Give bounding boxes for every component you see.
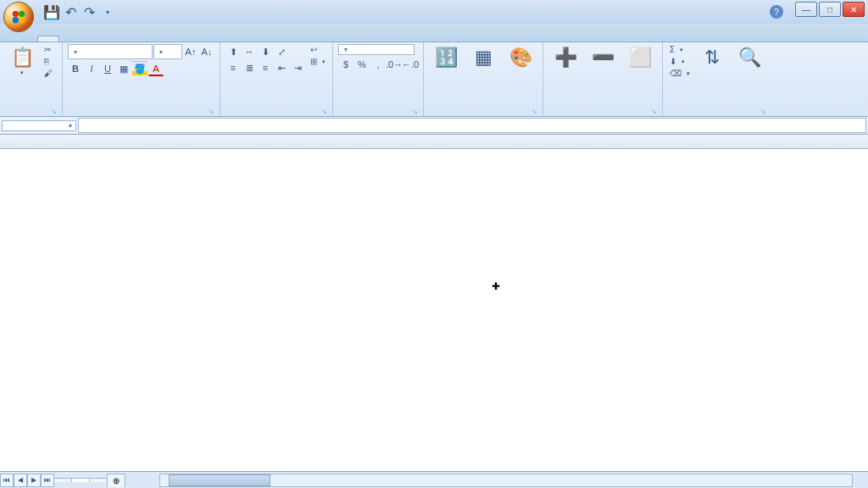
find-select-button[interactable]: 🔍 bbox=[732, 44, 766, 71]
svg-point-3 bbox=[19, 17, 25, 23]
format-icon: ⬜ bbox=[629, 46, 652, 69]
dec-decimal-button[interactable]: ←.0 bbox=[403, 57, 418, 72]
number-label bbox=[338, 114, 418, 115]
redo-icon[interactable]: ↷ bbox=[81, 4, 97, 19]
group-number: $ % , .0→ ←.0 bbox=[333, 42, 424, 116]
nav-next-button[interactable]: ▶ bbox=[27, 474, 41, 487]
qat-dropdown-icon[interactable]: ▾ bbox=[100, 4, 115, 19]
group-styles: 🔢 ▦ 🎨 bbox=[424, 42, 543, 116]
find-icon: 🔍 bbox=[738, 46, 761, 69]
fill-color-button[interactable]: 🪣 bbox=[132, 61, 147, 76]
formula-input[interactable] bbox=[78, 118, 866, 133]
group-font: A↑ A↓ B I U ▦ 🪣 A bbox=[63, 42, 220, 116]
indent-dec-button[interactable]: ⇤ bbox=[274, 60, 289, 75]
format-as-table-button[interactable]: ▦ bbox=[466, 44, 500, 71]
tab-add-ins[interactable] bbox=[193, 36, 214, 42]
indent-inc-button[interactable]: ⇥ bbox=[290, 60, 305, 75]
align-middle-button[interactable]: ↔ bbox=[242, 44, 257, 59]
tab-insert[interactable] bbox=[61, 36, 81, 42]
align-bottom-button[interactable]: ⬇ bbox=[258, 44, 273, 59]
nav-prev-button[interactable]: ◀ bbox=[14, 474, 27, 487]
copy-button[interactable]: ⎘ bbox=[42, 56, 57, 67]
cut-button[interactable]: ✂ bbox=[42, 44, 57, 55]
cell-styles-button[interactable]: 🎨 bbox=[504, 44, 537, 71]
percent-button[interactable]: % bbox=[354, 57, 370, 72]
group-alignment: ⬆ ↔ ⬇ ⤢ ≡ ≣ ≡ ⇤ ⇥ ↩ ⊞▾ bbox=[220, 42, 333, 116]
format-cells-button[interactable]: ⬜ bbox=[623, 44, 657, 71]
group-cells: ➕ ➖ ⬜ bbox=[543, 42, 663, 116]
wrap-icon: ↩ bbox=[310, 45, 317, 54]
delete-icon: ➖ bbox=[592, 46, 615, 69]
italic-button[interactable]: I bbox=[84, 61, 99, 76]
undo-icon[interactable]: ↶ bbox=[63, 4, 78, 19]
office-button[interactable] bbox=[3, 2, 34, 32]
border-button[interactable]: ▦ bbox=[116, 61, 131, 76]
font-color-button[interactable]: A bbox=[148, 61, 164, 76]
paste-button[interactable]: 📋▾ bbox=[5, 44, 39, 78]
copy-icon: ⎘ bbox=[44, 57, 49, 66]
align-top-button[interactable]: ⬆ bbox=[225, 44, 241, 59]
tab-view[interactable] bbox=[171, 36, 192, 42]
minimize-button[interactable]: — bbox=[795, 2, 817, 17]
align-right-button[interactable]: ≡ bbox=[258, 60, 273, 75]
cut-icon: ✂ bbox=[44, 45, 51, 54]
tab-data[interactable] bbox=[127, 36, 147, 42]
worksheet-grid[interactable]: ✚ bbox=[0, 135, 868, 471]
eraser-icon: ⌫ bbox=[670, 69, 682, 78]
tab-review[interactable] bbox=[149, 36, 170, 42]
name-box[interactable] bbox=[2, 120, 76, 131]
group-clipboard: 📋▾ ✂ ⎘ 🖌 bbox=[0, 42, 63, 116]
sheet-tab-2[interactable] bbox=[71, 478, 90, 482]
tab-page-layout[interactable] bbox=[83, 36, 103, 42]
insert-cells-button[interactable]: ➕ bbox=[548, 44, 582, 71]
group-editing: Σ▾ ⬇▾ ⌫▾ ⇅ 🔍 bbox=[663, 42, 771, 116]
shrink-font-button[interactable]: A↓ bbox=[199, 44, 214, 59]
svg-point-2 bbox=[13, 17, 19, 23]
sort-filter-button[interactable]: ⇅ bbox=[695, 44, 729, 71]
formula-bar bbox=[0, 117, 868, 135]
table-icon: ▦ bbox=[475, 46, 492, 69]
conditional-formatting-button[interactable]: 🔢 bbox=[429, 44, 463, 71]
ribbon: 📋▾ ✂ ⎘ 🖌 A↑ A↓ B I U ▦ 🪣 A bbox=[0, 42, 868, 117]
tab-formulas[interactable] bbox=[105, 36, 125, 42]
font-size-select[interactable] bbox=[153, 44, 182, 59]
new-sheet-button[interactable]: ⊕ bbox=[107, 474, 125, 487]
close-button[interactable]: ✕ bbox=[843, 2, 865, 17]
wrap-text-button[interactable]: ↩ bbox=[309, 44, 327, 55]
fill-button[interactable]: ⬇▾ bbox=[668, 56, 692, 67]
number-format-select[interactable] bbox=[338, 44, 415, 55]
sheet-tab-3[interactable] bbox=[89, 478, 108, 482]
fill-icon: ⬇ bbox=[670, 57, 676, 66]
sort-icon: ⇅ bbox=[704, 46, 720, 69]
bold-button[interactable]: B bbox=[68, 61, 83, 76]
merge-center-button[interactable]: ⊞▾ bbox=[309, 56, 327, 67]
nav-first-button[interactable]: ⏮ bbox=[0, 474, 14, 487]
nav-last-button[interactable]: ⏭ bbox=[41, 474, 54, 487]
inc-decimal-button[interactable]: .0→ bbox=[387, 57, 402, 72]
underline-button[interactable]: U bbox=[100, 61, 115, 76]
delete-cells-button[interactable]: ➖ bbox=[586, 44, 620, 71]
autosum-button[interactable]: Σ▾ bbox=[668, 44, 692, 55]
sheet-tab-strip: ⏮ ◀ ▶ ⏭ ⊕ bbox=[0, 471, 868, 488]
clipboard-label bbox=[5, 114, 57, 115]
comma-button[interactable]: , bbox=[370, 57, 386, 72]
svg-point-1 bbox=[19, 11, 25, 17]
grow-font-button[interactable]: A↑ bbox=[183, 44, 198, 59]
column-headers[interactable] bbox=[0, 135, 868, 149]
align-center-button[interactable]: ≣ bbox=[242, 60, 257, 75]
maximize-button[interactable]: □ bbox=[819, 2, 841, 17]
ribbon-tabs bbox=[0, 24, 868, 42]
editing-label bbox=[668, 114, 766, 115]
align-left-button[interactable]: ≡ bbox=[225, 60, 241, 75]
font-name-select[interactable] bbox=[68, 44, 153, 59]
clear-button[interactable]: ⌫▾ bbox=[668, 68, 692, 79]
horizontal-scrollbar[interactable] bbox=[159, 474, 853, 487]
orientation-button[interactable]: ⤢ bbox=[274, 44, 289, 59]
tab-home[interactable] bbox=[37, 36, 59, 42]
cells-label bbox=[548, 114, 657, 115]
help-button[interactable]: ? bbox=[770, 5, 783, 19]
save-icon[interactable]: 💾 bbox=[44, 4, 59, 19]
sheet-tab-1[interactable] bbox=[53, 478, 72, 482]
format-painter-button[interactable]: 🖌 bbox=[42, 68, 57, 79]
currency-button[interactable]: $ bbox=[338, 57, 353, 72]
